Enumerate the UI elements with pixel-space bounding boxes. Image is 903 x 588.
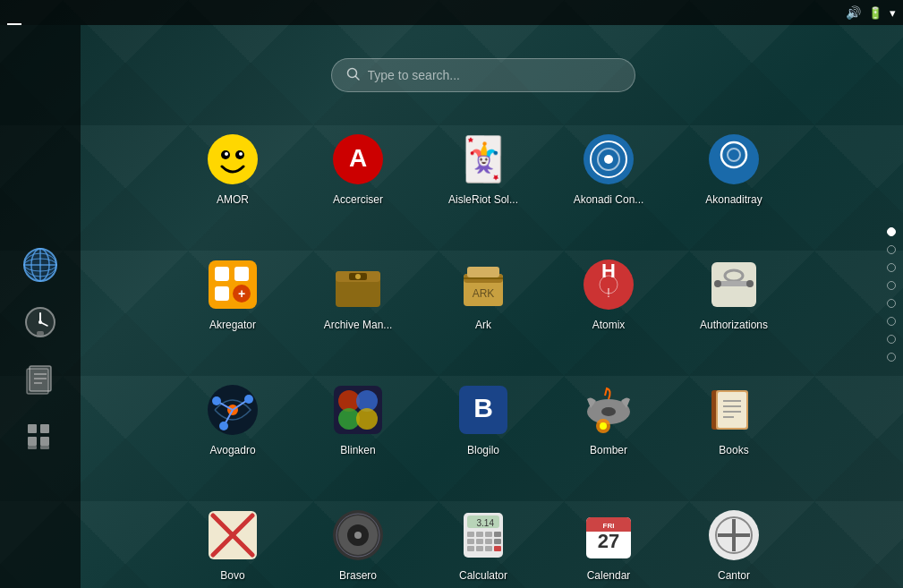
search-input[interactable] [368, 68, 620, 82]
svg-point-81 [600, 422, 607, 430]
app-icon-authorizations [705, 256, 762, 313]
app-label-books: Books [719, 444, 748, 456]
svg-rect-103 [494, 532, 501, 537]
svg-rect-42 [234, 267, 249, 281]
svg-point-68 [212, 396, 221, 405]
app-label-akregator: Akregator [209, 319, 256, 331]
page-dots [887, 227, 896, 362]
app-item-archive-man---[interactable]: Archive Man... [295, 231, 421, 356]
app-icon-avogadro [204, 381, 261, 439]
svg-line-24 [355, 76, 359, 80]
search-bar-wrap [81, 58, 885, 92]
app-label-calculator: Calculator [459, 569, 507, 582]
app-icon-brasero [329, 507, 387, 564]
app-icon-amor [204, 131, 261, 188]
svg-rect-18 [40, 424, 49, 433]
app-item-bovo[interactable]: Bovo [170, 481, 295, 588]
app-label-accerciser: Accerciser [333, 193, 383, 206]
svg-point-48 [355, 274, 361, 279]
svg-rect-41 [215, 286, 229, 301]
app-item-akregator[interactable]: +Akregator [170, 231, 295, 356]
svg-text:H: H [601, 260, 616, 282]
app-label-akonaditray: Akonaditray [705, 193, 762, 206]
search-box[interactable] [331, 58, 635, 92]
app-icon-archive-man--- [329, 256, 387, 313]
app-item-blinken[interactable]: Blinken [295, 356, 421, 481]
app-item-ark[interactable]: ARKArk [421, 231, 546, 356]
app-item-blogilo[interactable]: BBlogilo [421, 356, 546, 481]
page-dot-1[interactable] [887, 227, 896, 236]
app-item-akonadi-con---[interactable]: Akonadi Con... [546, 106, 671, 231]
app-item-accerciser[interactable]: AAccerciser [295, 106, 421, 231]
svg-rect-21 [28, 446, 37, 449]
svg-rect-20 [40, 437, 49, 446]
svg-rect-51 [467, 267, 499, 277]
app-item-brasero[interactable]: Brasero [295, 481, 421, 588]
svg-point-29 [239, 152, 243, 156]
sidebar-item-clock[interactable] [15, 297, 65, 347]
app-item-bomber[interactable]: Bomber [546, 356, 671, 481]
search-icon [346, 67, 361, 84]
app-item-calendar[interactable]: FRI27Calendar [546, 481, 671, 588]
app-grid: AMORAAccerciser🃏AisleRiot Sol...Akonadi … [81, 25, 885, 588]
app-label-ark: Ark [475, 319, 491, 331]
page-dot-4[interactable] [887, 281, 896, 290]
sidebar-item-files[interactable] [15, 354, 65, 405]
svg-point-6 [24, 249, 56, 281]
svg-rect-60 [718, 281, 750, 286]
svg-point-95 [354, 532, 362, 539]
sidebar-item-grid[interactable] [15, 412, 65, 462]
app-icon-akonaditray [705, 131, 762, 188]
dropdown-icon[interactable]: ▾ [890, 6, 896, 20]
topbar-right: 🔊 🔋 ▾ [846, 5, 896, 20]
app-item-akonaditray[interactable]: Akonaditray [671, 106, 797, 231]
sidebar-item-globe[interactable] [15, 240, 65, 290]
svg-text:A: A [349, 144, 367, 172]
svg-rect-71 [334, 386, 382, 434]
app-item-aisleriot-sol--[interactable]: 🃏AisleRiot Sol... [421, 106, 546, 231]
svg-point-70 [219, 422, 228, 430]
svg-text:B: B [473, 393, 493, 422]
page-dot-6[interactable] [887, 317, 896, 326]
app-icon-accerciser: A [329, 131, 387, 188]
app-item-authorizations[interactable]: Authorizations [671, 231, 797, 356]
app-icon-calculator: 3.14 [455, 507, 512, 564]
svg-rect-120 [732, 519, 736, 551]
svg-point-61 [714, 280, 721, 287]
svg-text:ARK: ARK [473, 287, 495, 300]
page-dot-3[interactable] [887, 263, 896, 272]
page-dot-5[interactable] [887, 299, 896, 308]
app-item-cantor[interactable]: Cantor [671, 481, 797, 588]
files-icon [22, 362, 58, 397]
svg-rect-110 [485, 546, 492, 551]
app-icon-bovo [204, 507, 261, 564]
page-dot-2[interactable] [887, 245, 896, 254]
app-icon-aisleriot-sol--: 🃏 [455, 131, 512, 188]
app-item-calculator[interactable]: 3.14Calculator [421, 481, 546, 588]
app-item-atomix[interactable]: H!Atomix [546, 231, 671, 356]
svg-text:!: ! [607, 285, 610, 300]
activities-button[interactable] [7, 0, 21, 25]
app-item-amor[interactable]: AMOR [170, 106, 295, 231]
app-label-avogadro: Avogadro [209, 444, 255, 456]
app-label-blogilo: Blogilo [467, 444, 499, 456]
app-label-blinken: Blinken [340, 444, 375, 456]
svg-rect-107 [494, 539, 501, 544]
app-icon-akregator: + [204, 256, 261, 313]
app-label-authorizations: Authorizations [700, 319, 768, 331]
svg-rect-104 [467, 539, 474, 544]
page-dot-7[interactable] [887, 335, 896, 344]
app-icon-blogilo: B [455, 381, 512, 439]
svg-rect-22 [40, 446, 49, 449]
svg-rect-111 [494, 546, 501, 551]
app-label-bovo: Bovo [220, 569, 244, 582]
app-item-books[interactable]: Books [671, 356, 797, 481]
svg-rect-101 [476, 532, 483, 537]
app-item-avogadro[interactable]: Avogadro [170, 356, 295, 481]
svg-point-62 [746, 280, 754, 287]
svg-rect-102 [485, 532, 492, 537]
svg-point-75 [356, 408, 378, 430]
svg-text:FRI: FRI [603, 522, 615, 530]
page-dot-8[interactable] [887, 353, 896, 362]
svg-text:+: + [238, 286, 245, 301]
